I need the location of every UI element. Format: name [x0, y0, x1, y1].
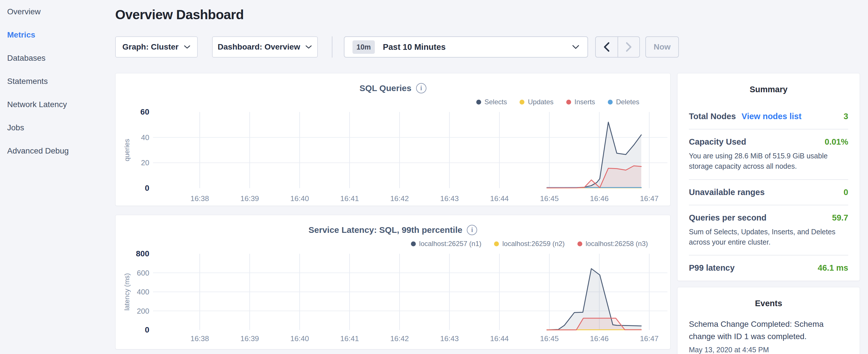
summary-row-p99-latency: P99 latency 46.1 ms	[689, 255, 848, 280]
controls-row: Graph: Cluster Dashboard: Overview 10m P…	[0, 36, 868, 58]
x-tick-label: 16:45	[540, 194, 559, 203]
x-tick-label: 16:39	[241, 194, 259, 203]
summary-row-queries-per-second: Queries per second 59.7 Sum of Selects, …	[689, 205, 848, 255]
previous-time-button[interactable]	[596, 37, 618, 57]
chevron-right-icon	[625, 42, 632, 52]
time-range-label: Past 10 Minutes	[383, 42, 572, 52]
x-tick-label: 16:38	[190, 194, 209, 203]
queries-per-second-description: Sum of Selects, Updates, Inserts, and De…	[689, 227, 848, 248]
chevron-down-icon	[184, 45, 191, 49]
total-nodes-label: Total Nodes	[689, 112, 736, 121]
x-tick-label: 16:46	[590, 194, 609, 203]
summary-row-total-nodes: Total Nodes View nodes list 3	[689, 104, 848, 129]
chevron-down-icon	[305, 45, 312, 49]
y-tick-label: 0	[145, 184, 149, 192]
service-latency-plot[interactable]: 16:3816:3916:4016:4116:4216:4316:4416:45…	[116, 215, 670, 349]
summary-title: Summary	[689, 85, 848, 94]
y-tick-label: 0	[145, 325, 149, 334]
x-tick-label: 16:43	[440, 334, 459, 343]
service-latency-chart-card: Service Latency: SQL, 99th percentile i …	[115, 215, 671, 349]
view-nodes-list-link[interactable]: View nodes list	[742, 112, 802, 121]
x-tick-label: 16:45	[540, 334, 559, 343]
time-range-selector[interactable]: 10m Past 10 Minutes	[344, 36, 588, 58]
chart-canvas: 16:3816:3916:4016:4116:4216:4316:4416:45…	[116, 215, 671, 350]
total-nodes-value: 3	[844, 112, 848, 121]
x-tick-label: 16:41	[340, 334, 359, 343]
event-timestamp: May 13, 2020 at 4:45 PM	[689, 346, 848, 354]
p99-latency-value: 46.1 ms	[818, 263, 848, 273]
y-axis-unit-label: queries	[123, 139, 131, 162]
summary-panel: Summary Total Nodes View nodes list 3 Ca…	[677, 73, 860, 281]
summary-row-capacity-used: Capacity Used 0.01% You are using 28.6 M…	[689, 129, 848, 179]
sidebar-item-overview[interactable]: Overview	[7, 0, 110, 23]
graph-dropdown-label: Graph: Cluster	[122, 42, 179, 52]
db-console-screen: Overview Metrics Databases Statements Ne…	[0, 0, 868, 354]
x-tick-label: 16:39	[241, 334, 259, 343]
events-title: Events	[689, 299, 848, 308]
capacity-used-label: Capacity Used	[689, 137, 746, 147]
x-tick-label: 16:46	[590, 334, 609, 343]
x-tick-label: 16:38	[190, 334, 209, 343]
y-tick-label: 600	[137, 269, 149, 277]
chevron-down-icon	[572, 45, 580, 49]
now-button[interactable]: Now	[645, 36, 679, 58]
x-tick-label: 16:47	[640, 334, 658, 343]
unavailable-ranges-value: 0	[844, 188, 848, 197]
dashboard-dropdown-label: Dashboard: Overview	[218, 42, 300, 52]
x-tick-label: 16:42	[390, 194, 409, 203]
event-item: Schema Change Completed: Schema change w…	[689, 318, 848, 354]
queries-per-second-label: Queries per second	[689, 213, 767, 223]
sql-queries-chart-card: SQL Queries i Selects Updates Inserts De…	[115, 73, 671, 206]
x-tick-label: 16:40	[290, 334, 309, 343]
x-tick-label: 16:47	[640, 194, 658, 203]
y-tick-label: 800	[136, 249, 149, 258]
chart-canvas: 16:3816:3916:4016:4116:4216:4316:4416:45…	[116, 73, 671, 206]
controls-divider	[332, 36, 333, 58]
capacity-used-description: You are using 28.6 MiB of 515.9 GiB usab…	[689, 151, 848, 171]
dashboard-dropdown[interactable]: Dashboard: Overview	[212, 36, 318, 58]
x-tick-label: 16:41	[340, 194, 359, 203]
page-title: Overview Dashboard	[115, 7, 244, 22]
sidebar-item-statements[interactable]: Statements	[7, 70, 110, 93]
events-panel: Events Schema Change Completed: Schema c…	[677, 287, 860, 354]
event-message: Schema Change Completed: Schema change w…	[689, 318, 848, 343]
y-tick-label: 60	[141, 107, 149, 116]
sidebar-item-jobs[interactable]: Jobs	[7, 116, 110, 139]
sidebar: Overview Metrics Databases Statements Ne…	[7, 0, 110, 162]
y-axis-unit-label: latency (ms)	[123, 273, 131, 311]
sidebar-item-advanced-debug[interactable]: Advanced Debug	[7, 139, 110, 162]
sql-queries-plot[interactable]: 16:3816:3916:4016:4116:4216:4316:4416:45…	[116, 73, 670, 206]
summary-row-unavailable-ranges: Unavailable ranges 0	[689, 179, 848, 205]
x-tick-label: 16:44	[490, 194, 509, 203]
time-step-buttons	[595, 36, 640, 58]
unavailable-ranges-label: Unavailable ranges	[689, 188, 765, 197]
x-tick-label: 16:43	[440, 194, 459, 203]
x-tick-label: 16:42	[390, 334, 409, 343]
capacity-used-value: 0.01%	[825, 137, 848, 147]
y-tick-label: 400	[137, 288, 149, 296]
queries-per-second-value: 59.7	[832, 213, 848, 223]
p99-latency-label: P99 latency	[689, 263, 735, 273]
graph-dropdown[interactable]: Graph: Cluster	[115, 36, 198, 58]
chevron-left-icon	[603, 42, 610, 52]
y-tick-label: 200	[137, 307, 149, 315]
time-range-badge: 10m	[352, 40, 375, 54]
x-tick-label: 16:44	[490, 334, 509, 343]
y-tick-label: 20	[141, 158, 149, 167]
sidebar-item-network-latency[interactable]: Network Latency	[7, 93, 110, 116]
y-tick-label: 40	[141, 133, 149, 142]
next-time-button[interactable]	[618, 37, 639, 57]
x-tick-label: 16:40	[290, 194, 309, 203]
